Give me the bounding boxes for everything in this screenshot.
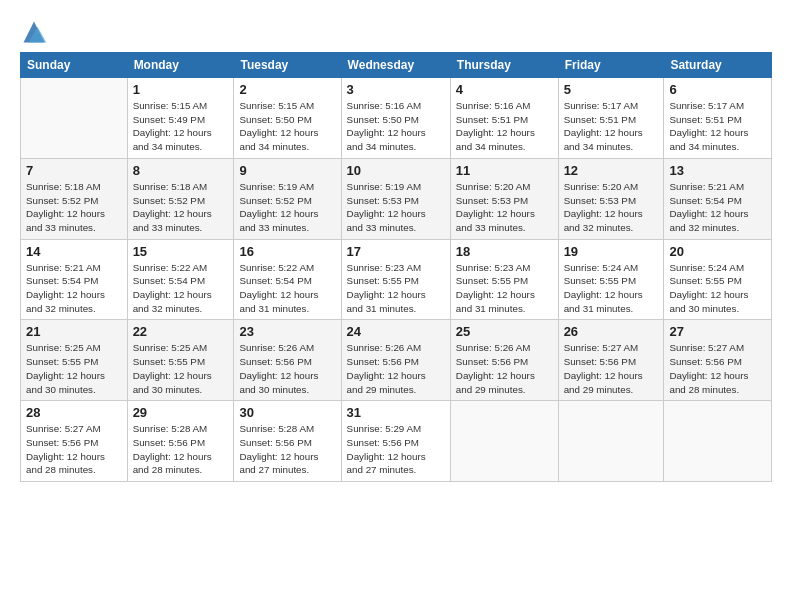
week-row-1: 1Sunrise: 5:15 AM Sunset: 5:49 PM Daylig… xyxy=(21,78,772,159)
day-number: 5 xyxy=(564,82,659,97)
day-number: 25 xyxy=(456,324,553,339)
day-number: 27 xyxy=(669,324,766,339)
calendar-cell: 4Sunrise: 5:16 AM Sunset: 5:51 PM Daylig… xyxy=(450,78,558,159)
day-number: 22 xyxy=(133,324,229,339)
day-number: 18 xyxy=(456,244,553,259)
day-info: Sunrise: 5:25 AM Sunset: 5:55 PM Dayligh… xyxy=(133,341,229,396)
day-info: Sunrise: 5:22 AM Sunset: 5:54 PM Dayligh… xyxy=(239,261,335,316)
calendar-cell: 22Sunrise: 5:25 AM Sunset: 5:55 PM Dayli… xyxy=(127,320,234,401)
day-info: Sunrise: 5:26 AM Sunset: 5:56 PM Dayligh… xyxy=(347,341,445,396)
day-number: 30 xyxy=(239,405,335,420)
calendar-cell: 31Sunrise: 5:29 AM Sunset: 5:56 PM Dayli… xyxy=(341,401,450,482)
day-number: 20 xyxy=(669,244,766,259)
col-header-wednesday: Wednesday xyxy=(341,53,450,78)
calendar-cell: 13Sunrise: 5:21 AM Sunset: 5:54 PM Dayli… xyxy=(664,158,772,239)
day-info: Sunrise: 5:20 AM Sunset: 5:53 PM Dayligh… xyxy=(456,180,553,235)
week-row-3: 14Sunrise: 5:21 AM Sunset: 5:54 PM Dayli… xyxy=(21,239,772,320)
calendar-cell: 28Sunrise: 5:27 AM Sunset: 5:56 PM Dayli… xyxy=(21,401,128,482)
day-info: Sunrise: 5:16 AM Sunset: 5:51 PM Dayligh… xyxy=(456,99,553,154)
logo xyxy=(20,18,52,46)
calendar-cell: 7Sunrise: 5:18 AM Sunset: 5:52 PM Daylig… xyxy=(21,158,128,239)
day-info: Sunrise: 5:27 AM Sunset: 5:56 PM Dayligh… xyxy=(564,341,659,396)
day-number: 4 xyxy=(456,82,553,97)
calendar-cell: 23Sunrise: 5:26 AM Sunset: 5:56 PM Dayli… xyxy=(234,320,341,401)
day-info: Sunrise: 5:26 AM Sunset: 5:56 PM Dayligh… xyxy=(239,341,335,396)
day-number: 28 xyxy=(26,405,122,420)
day-info: Sunrise: 5:21 AM Sunset: 5:54 PM Dayligh… xyxy=(669,180,766,235)
day-info: Sunrise: 5:17 AM Sunset: 5:51 PM Dayligh… xyxy=(669,99,766,154)
day-info: Sunrise: 5:19 AM Sunset: 5:52 PM Dayligh… xyxy=(239,180,335,235)
day-info: Sunrise: 5:21 AM Sunset: 5:54 PM Dayligh… xyxy=(26,261,122,316)
day-info: Sunrise: 5:16 AM Sunset: 5:50 PM Dayligh… xyxy=(347,99,445,154)
calendar-cell: 10Sunrise: 5:19 AM Sunset: 5:53 PM Dayli… xyxy=(341,158,450,239)
logo-icon xyxy=(20,18,48,46)
day-info: Sunrise: 5:15 AM Sunset: 5:50 PM Dayligh… xyxy=(239,99,335,154)
day-number: 26 xyxy=(564,324,659,339)
day-number: 15 xyxy=(133,244,229,259)
day-number: 7 xyxy=(26,163,122,178)
col-header-friday: Friday xyxy=(558,53,664,78)
calendar-cell xyxy=(21,78,128,159)
day-info: Sunrise: 5:26 AM Sunset: 5:56 PM Dayligh… xyxy=(456,341,553,396)
calendar-cell: 24Sunrise: 5:26 AM Sunset: 5:56 PM Dayli… xyxy=(341,320,450,401)
calendar-cell: 26Sunrise: 5:27 AM Sunset: 5:56 PM Dayli… xyxy=(558,320,664,401)
day-number: 23 xyxy=(239,324,335,339)
day-info: Sunrise: 5:27 AM Sunset: 5:56 PM Dayligh… xyxy=(26,422,122,477)
calendar-cell: 20Sunrise: 5:24 AM Sunset: 5:55 PM Dayli… xyxy=(664,239,772,320)
calendar-cell: 29Sunrise: 5:28 AM Sunset: 5:56 PM Dayli… xyxy=(127,401,234,482)
calendar-cell xyxy=(450,401,558,482)
day-info: Sunrise: 5:28 AM Sunset: 5:56 PM Dayligh… xyxy=(133,422,229,477)
calendar-cell: 5Sunrise: 5:17 AM Sunset: 5:51 PM Daylig… xyxy=(558,78,664,159)
day-info: Sunrise: 5:22 AM Sunset: 5:54 PM Dayligh… xyxy=(133,261,229,316)
day-number: 9 xyxy=(239,163,335,178)
calendar-cell: 8Sunrise: 5:18 AM Sunset: 5:52 PM Daylig… xyxy=(127,158,234,239)
day-number: 31 xyxy=(347,405,445,420)
day-info: Sunrise: 5:17 AM Sunset: 5:51 PM Dayligh… xyxy=(564,99,659,154)
day-number: 11 xyxy=(456,163,553,178)
col-header-saturday: Saturday xyxy=(664,53,772,78)
day-number: 6 xyxy=(669,82,766,97)
header xyxy=(20,18,772,46)
calendar-table: SundayMondayTuesdayWednesdayThursdayFrid… xyxy=(20,52,772,482)
calendar-cell: 30Sunrise: 5:28 AM Sunset: 5:56 PM Dayli… xyxy=(234,401,341,482)
day-number: 1 xyxy=(133,82,229,97)
page-container: SundayMondayTuesdayWednesdayThursdayFrid… xyxy=(0,0,792,492)
day-info: Sunrise: 5:24 AM Sunset: 5:55 PM Dayligh… xyxy=(669,261,766,316)
day-number: 17 xyxy=(347,244,445,259)
week-row-2: 7Sunrise: 5:18 AM Sunset: 5:52 PM Daylig… xyxy=(21,158,772,239)
day-info: Sunrise: 5:29 AM Sunset: 5:56 PM Dayligh… xyxy=(347,422,445,477)
day-info: Sunrise: 5:23 AM Sunset: 5:55 PM Dayligh… xyxy=(347,261,445,316)
day-info: Sunrise: 5:18 AM Sunset: 5:52 PM Dayligh… xyxy=(133,180,229,235)
day-info: Sunrise: 5:25 AM Sunset: 5:55 PM Dayligh… xyxy=(26,341,122,396)
calendar-cell: 1Sunrise: 5:15 AM Sunset: 5:49 PM Daylig… xyxy=(127,78,234,159)
day-number: 14 xyxy=(26,244,122,259)
calendar-cell: 2Sunrise: 5:15 AM Sunset: 5:50 PM Daylig… xyxy=(234,78,341,159)
calendar-cell: 9Sunrise: 5:19 AM Sunset: 5:52 PM Daylig… xyxy=(234,158,341,239)
calendar-cell: 3Sunrise: 5:16 AM Sunset: 5:50 PM Daylig… xyxy=(341,78,450,159)
day-number: 29 xyxy=(133,405,229,420)
calendar-cell: 16Sunrise: 5:22 AM Sunset: 5:54 PM Dayli… xyxy=(234,239,341,320)
day-info: Sunrise: 5:20 AM Sunset: 5:53 PM Dayligh… xyxy=(564,180,659,235)
day-number: 3 xyxy=(347,82,445,97)
calendar-cell: 18Sunrise: 5:23 AM Sunset: 5:55 PM Dayli… xyxy=(450,239,558,320)
col-header-tuesday: Tuesday xyxy=(234,53,341,78)
week-row-4: 21Sunrise: 5:25 AM Sunset: 5:55 PM Dayli… xyxy=(21,320,772,401)
day-info: Sunrise: 5:23 AM Sunset: 5:55 PM Dayligh… xyxy=(456,261,553,316)
day-number: 16 xyxy=(239,244,335,259)
header-row: SundayMondayTuesdayWednesdayThursdayFrid… xyxy=(21,53,772,78)
day-info: Sunrise: 5:24 AM Sunset: 5:55 PM Dayligh… xyxy=(564,261,659,316)
day-number: 19 xyxy=(564,244,659,259)
col-header-sunday: Sunday xyxy=(21,53,128,78)
calendar-cell: 12Sunrise: 5:20 AM Sunset: 5:53 PM Dayli… xyxy=(558,158,664,239)
calendar-cell: 6Sunrise: 5:17 AM Sunset: 5:51 PM Daylig… xyxy=(664,78,772,159)
day-number: 13 xyxy=(669,163,766,178)
day-number: 24 xyxy=(347,324,445,339)
day-number: 2 xyxy=(239,82,335,97)
calendar-cell: 14Sunrise: 5:21 AM Sunset: 5:54 PM Dayli… xyxy=(21,239,128,320)
day-info: Sunrise: 5:27 AM Sunset: 5:56 PM Dayligh… xyxy=(669,341,766,396)
day-number: 12 xyxy=(564,163,659,178)
calendar-cell xyxy=(664,401,772,482)
day-info: Sunrise: 5:15 AM Sunset: 5:49 PM Dayligh… xyxy=(133,99,229,154)
calendar-cell: 17Sunrise: 5:23 AM Sunset: 5:55 PM Dayli… xyxy=(341,239,450,320)
calendar-cell xyxy=(558,401,664,482)
